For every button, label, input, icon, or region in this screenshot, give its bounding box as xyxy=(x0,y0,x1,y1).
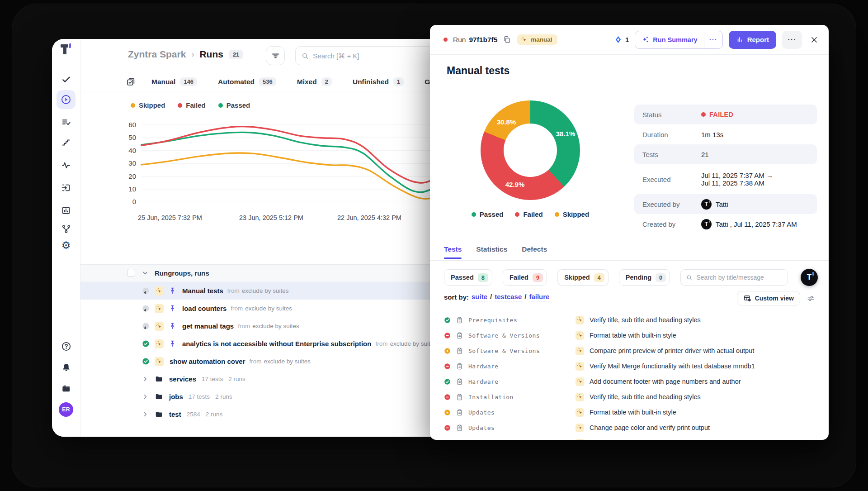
tests-search-input[interactable] xyxy=(696,274,783,281)
breadcrumb-project[interactable]: Zyntra Spark xyxy=(128,49,186,60)
run-summary-more-button[interactable]: ··· xyxy=(704,31,722,48)
chevron-right-icon[interactable] xyxy=(142,376,149,382)
detail-label: Executed by xyxy=(642,200,701,208)
test-status-icon-passed xyxy=(444,317,451,324)
filter-button[interactable] xyxy=(266,46,285,65)
folder-tests-count: 2584 xyxy=(187,411,200,418)
tab-automated[interactable]: Automated536 xyxy=(218,77,276,86)
detail-row-executed-by: Executed byTTatti xyxy=(634,194,817,214)
detail-label: Tests xyxy=(642,151,701,158)
test-row[interactable]: InstallationVerify title, sub title and … xyxy=(430,389,829,405)
filter-chip-passed[interactable]: Passed8 xyxy=(444,269,492,286)
copy-icon[interactable] xyxy=(503,35,512,44)
select-all-icon[interactable] xyxy=(126,77,136,87)
chart-legend: SkippedFailedPassed xyxy=(131,101,250,109)
legend-item-passed[interactable]: Passed xyxy=(218,101,250,109)
projects-folders-icon[interactable] xyxy=(61,383,71,394)
folder-name: jobs xyxy=(169,393,183,400)
tests-search[interactable] xyxy=(680,269,788,286)
detail-row-status: StatusFAILED xyxy=(634,105,817,124)
custom-view-button[interactable]: Custom view xyxy=(737,291,800,305)
settings-gear-icon[interactable]: ⚙ xyxy=(61,240,71,251)
select-all-checkbox[interactable] xyxy=(127,269,135,277)
legend-item-failed[interactable]: Failed xyxy=(178,101,205,109)
sort-link-testcase[interactable]: testcase xyxy=(495,293,522,301)
chevron-down-icon[interactable] xyxy=(142,269,149,276)
test-row[interactable]: Software & VersionsFormat table with bui… xyxy=(430,328,829,343)
test-row[interactable]: PrerequisitesVerify title, sub title and… xyxy=(430,312,829,328)
sparkles-icon xyxy=(642,36,649,43)
test-row[interactable]: UpdatesChange page color and verify prin… xyxy=(430,420,829,435)
chevron-right-icon[interactable] xyxy=(142,393,149,400)
tab-unfinished[interactable]: Unfinished1 xyxy=(353,77,404,86)
run-status-icon-in-progress xyxy=(142,287,150,295)
legend-item-skipped[interactable]: Skipped xyxy=(131,101,165,109)
help-icon[interactable] xyxy=(61,341,71,352)
run-summary-button[interactable]: Run Summary ··· xyxy=(635,31,722,49)
pin-icon xyxy=(169,305,176,312)
suite-clipboard-icon xyxy=(456,409,463,416)
svg-text:20: 20 xyxy=(128,172,136,180)
test-row[interactable]: HardwareVerify Mail Merge functionality … xyxy=(430,358,829,374)
panel-tabs: TestsStatisticsDefects xyxy=(444,245,547,259)
donut-legend-passed[interactable]: Passed xyxy=(472,210,504,218)
run-title: load counters xyxy=(182,305,226,312)
suite-name: Installation xyxy=(468,394,567,400)
suite-name: Updates xyxy=(468,424,567,431)
panel-tab-statistics[interactable]: Statistics xyxy=(476,245,507,259)
detail-value: 21 xyxy=(701,151,709,158)
filter-chip-pending[interactable]: Pending0 xyxy=(619,269,670,286)
user-avatar[interactable]: ER xyxy=(59,402,73,417)
sort-link-failure[interactable]: failure xyxy=(529,293,549,301)
search-input[interactable] xyxy=(313,52,439,60)
panel-tab-tests[interactable]: Tests xyxy=(444,245,462,259)
more-actions-button[interactable]: ··· xyxy=(782,31,802,49)
plans-list-check-icon[interactable] xyxy=(61,117,71,128)
milestones-stairs-icon[interactable] xyxy=(61,137,71,148)
runs-play-circle-icon[interactable] xyxy=(61,94,71,105)
manual-run-icon xyxy=(155,339,164,348)
manual-test-icon xyxy=(576,377,584,386)
donut-legend-failed[interactable]: Failed xyxy=(515,210,542,218)
detail-value: Tatti xyxy=(716,200,728,208)
test-row[interactable]: Software & VersionsCompare print preview… xyxy=(430,343,829,358)
tab-manual[interactable]: Manual146 xyxy=(151,77,197,86)
test-row[interactable]: UpdatesFormat table with built-in style xyxy=(430,405,829,420)
detail-value: Tatti , Jul 11, 2025 7:37 AM xyxy=(716,220,797,228)
run-from-label: from xyxy=(227,287,240,294)
filter-chip-failed[interactable]: Failed9 xyxy=(503,269,547,286)
panel-tab-defects[interactable]: Defects xyxy=(522,245,547,259)
folder-tests-count: 17 tests xyxy=(202,376,223,382)
assistant-t-badge[interactable]: T xyxy=(801,269,818,286)
app-logo[interactable] xyxy=(60,43,72,56)
import-icon[interactable] xyxy=(61,182,71,193)
test-row[interactable]: HardwareAdd document footer with page nu… xyxy=(430,374,829,389)
reports-bar-chart-icon[interactable] xyxy=(61,205,71,216)
results-donut-chart: 30.8% 38.1% 42.9% xyxy=(481,100,580,200)
notifications-bell-icon[interactable] xyxy=(61,362,71,373)
sort-row: sort by: suite/testcase/failure xyxy=(444,293,549,301)
tab-mixed[interactable]: Mixed2 xyxy=(297,77,332,86)
global-search[interactable] xyxy=(295,46,445,65)
report-button[interactable]: Report xyxy=(729,31,776,49)
donut-passed-pct: 38.1% xyxy=(556,130,576,138)
view-settings-sliders-icon[interactable] xyxy=(807,294,815,303)
sort-label: sort by: xyxy=(444,293,469,301)
chevron-right-icon[interactable] xyxy=(142,411,149,418)
analytics-activity-icon[interactable] xyxy=(61,160,71,171)
test-row[interactable] xyxy=(430,435,829,440)
donut-legend-skipped[interactable]: Skipped xyxy=(555,210,589,218)
svg-text:30: 30 xyxy=(128,159,136,167)
suite-clipboard-icon xyxy=(456,347,463,355)
sort-link-suite[interactable]: suite xyxy=(472,293,487,301)
series-failed xyxy=(142,127,458,183)
filter-chip-skipped[interactable]: Skipped4 xyxy=(557,269,609,286)
run-from-label: from xyxy=(250,358,262,365)
pin-icon xyxy=(169,322,176,330)
tests-check-icon[interactable] xyxy=(61,74,71,85)
manual-badge: manual xyxy=(517,34,557,45)
pin-icon xyxy=(169,287,176,295)
version-indicator[interactable]: 1 xyxy=(614,35,629,44)
close-icon[interactable] xyxy=(810,35,819,44)
branches-icon[interactable] xyxy=(61,223,71,234)
